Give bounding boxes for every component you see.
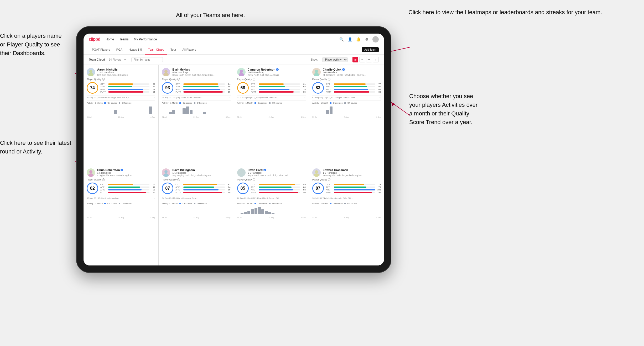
info-icon[interactable]: i bbox=[328, 78, 330, 81]
player-avatar bbox=[162, 68, 170, 76]
sort-view-button[interactable]: ↕ bbox=[373, 57, 379, 62]
player-name[interactable]: Aaron Nicholls bbox=[97, 68, 155, 71]
player-avatar bbox=[312, 168, 321, 177]
user-avatar[interactable]: U bbox=[372, 36, 379, 42]
player-card[interactable]: David Ford ✓ 1-5 Handicap Royal North De… bbox=[234, 165, 309, 265]
info-icon[interactable]: i bbox=[328, 178, 330, 181]
chart-bars bbox=[237, 205, 306, 214]
nav-item-performance[interactable]: My Performance bbox=[134, 38, 157, 41]
tab-pga[interactable]: PGA bbox=[113, 45, 126, 55]
show-select[interactable]: Player Activity bbox=[322, 57, 348, 62]
chart-label-end: 4 Sep bbox=[376, 116, 381, 118]
player-name[interactable]: Charlie Quick ✓ bbox=[323, 68, 381, 71]
profile-icon[interactable]: 👤 bbox=[347, 37, 352, 42]
activity-header: Activity · 1 Month On course Off course bbox=[162, 102, 230, 104]
quality-score[interactable]: 87 bbox=[162, 183, 173, 194]
quality-label: Player Quality i bbox=[87, 178, 155, 181]
tab-hcaps[interactable]: Hcaps 1-5 bbox=[126, 45, 145, 55]
annotation-heatmaps: Click here to view the Heatmaps or leade… bbox=[408, 8, 602, 17]
nav-item-home[interactable]: Home bbox=[106, 38, 114, 41]
quality-label: Player Quality i bbox=[162, 178, 230, 181]
stat-app: APP 63 bbox=[251, 86, 306, 88]
tab-pgat[interactable]: PGAT Players bbox=[89, 45, 113, 55]
player-card[interactable]: Charlie Quick ✓ 6-10 Handicap St. George… bbox=[309, 65, 384, 165]
list-view-button[interactable]: ≡ bbox=[359, 57, 365, 62]
chart-labels: 31 Jul 21 Aug 4 Sep bbox=[162, 216, 230, 219]
latest-round[interactable]: 02 Jul 23 | 59 (+17), Craigiemillar Park… bbox=[237, 95, 306, 99]
svg-point-18 bbox=[89, 170, 92, 173]
settings-icon[interactable]: ⚙ bbox=[364, 37, 369, 42]
latest-round[interactable]: 26 Aug 23 | 84 (+12), Royal North Devon … bbox=[237, 196, 306, 199]
info-icon[interactable]: i bbox=[177, 78, 180, 81]
player-name[interactable]: Blair McHarg bbox=[172, 68, 230, 71]
activity-chart: 31 Jul 21 Aug 4 Sep bbox=[312, 105, 381, 118]
grid-view-button[interactable]: ⊞ bbox=[352, 57, 358, 62]
quality-score[interactable]: 68 bbox=[237, 82, 249, 94]
quality-score[interactable]: 85 bbox=[237, 183, 249, 194]
ipad-screen: clippd Home Teams My Performance 🔍 👤 🔔 ⚙… bbox=[84, 34, 384, 265]
tab-team-clippd[interactable]: Team Clippd bbox=[145, 45, 167, 55]
player-card[interactable]: Aaron Nicholls 11-15 Handicap Drift Golf… bbox=[84, 65, 158, 165]
quality-content: 83 OTT 77 APP 80 ARG 83 PUT bbox=[312, 82, 381, 94]
player-card[interactable]: Edward Crossman 1-5 Handicap Sunningdale… bbox=[309, 165, 384, 265]
off-course-label: Off course bbox=[197, 102, 207, 104]
view-icons: ⊞ ≡ ▼ ↕ bbox=[352, 57, 379, 62]
svg-point-13 bbox=[163, 73, 169, 76]
player-name[interactable]: Cameron Robertson ✓ bbox=[248, 68, 306, 71]
on-course-label: On course bbox=[107, 102, 117, 104]
verified-icon: ✓ bbox=[121, 169, 123, 171]
search-icon[interactable]: 🔍 bbox=[339, 37, 344, 42]
svg-line-8 bbox=[391, 102, 410, 115]
latest-round[interactable]: 18 Jul 23 | 74 (+4), Sunningdale GC - Ol… bbox=[312, 196, 381, 199]
info-icon[interactable]: i bbox=[253, 178, 255, 181]
info-icon[interactable]: i bbox=[177, 178, 180, 181]
latest-round[interactable]: 04 Sep 23 | Mobility with coach, Gym → bbox=[162, 196, 230, 199]
bell-icon[interactable]: 🔔 bbox=[356, 37, 361, 42]
activity-period-label: Activity · 1 Month bbox=[237, 102, 253, 104]
filter-view-button[interactable]: ▼ bbox=[366, 57, 372, 62]
player-name[interactable]: Chris Robertson ✓ bbox=[97, 168, 155, 172]
activity-section: Activity · 1 Month On course Off course … bbox=[312, 201, 381, 219]
tab-all-players[interactable]: All Players bbox=[179, 45, 199, 55]
player-avatar bbox=[237, 168, 246, 177]
player-club: St. George's Hill GC - Weybridge - Surre… bbox=[323, 74, 381, 76]
chart-bars bbox=[162, 205, 230, 214]
chart-label-end: 4 Sep bbox=[150, 217, 155, 219]
add-team-button[interactable]: Add Team bbox=[362, 47, 379, 52]
stat-app: APP 85 bbox=[175, 86, 230, 88]
verified-icon: ✓ bbox=[342, 68, 345, 71]
chart-label-end: 4 Sep bbox=[226, 116, 230, 118]
info-icon[interactable]: i bbox=[102, 78, 105, 81]
player-card[interactable]: Cameron Robertson ✓ 11-15 Handicap Royal… bbox=[234, 65, 309, 165]
player-name[interactable]: Edward Crossman bbox=[323, 168, 381, 172]
team-count: | 14 Players bbox=[107, 58, 121, 61]
player-card[interactable]: Blair McHarg Plus Handicap Royal North D… bbox=[159, 65, 233, 165]
latest-round[interactable]: 07 Aug 23 | 77 (+7), St George's Hill GC… bbox=[312, 95, 381, 99]
latest-round[interactable]: 26 Aug 23 | 73 (+1), Royal North Devon G… bbox=[162, 95, 230, 99]
player-card[interactable]: Dave Billingham 1-5 Handicap Sag Maging … bbox=[159, 165, 233, 265]
player-card[interactable]: Chris Robertson ✓ 1-5 Handicap Craigiemi… bbox=[84, 165, 158, 265]
quality-score[interactable]: 87 bbox=[312, 183, 324, 194]
player-name[interactable]: Dave Billingham bbox=[172, 168, 230, 172]
chart-label-mid: 21 Aug bbox=[118, 116, 124, 118]
on-course-label: On course bbox=[333, 102, 343, 104]
off-course-label: Off course bbox=[122, 102, 132, 104]
quality-score[interactable]: 82 bbox=[87, 183, 98, 194]
tab-tour[interactable]: Tour bbox=[167, 45, 179, 55]
svg-point-25 bbox=[314, 173, 319, 177]
edit-icon[interactable]: ✏ bbox=[124, 58, 126, 61]
latest-round[interactable]: 02 Sep 23 | Sunset round to get back int… bbox=[87, 95, 155, 99]
player-name[interactable]: David Ford ✓ bbox=[248, 168, 306, 172]
info-icon[interactable]: i bbox=[102, 178, 105, 181]
on-course-dot bbox=[104, 102, 106, 104]
quality-score[interactable]: 74 bbox=[87, 82, 98, 94]
latest-round[interactable]: 05 Mar 23 | 19, Must make putting → bbox=[87, 196, 155, 199]
filter-input[interactable] bbox=[131, 57, 163, 62]
quality-score[interactable]: 83 bbox=[312, 82, 324, 94]
info-icon[interactable]: i bbox=[253, 78, 255, 81]
player-handicap: 11-15 Handicap bbox=[97, 71, 155, 74]
nav-item-teams[interactable]: Teams bbox=[119, 38, 128, 41]
stat-putt: PUTT 92 bbox=[326, 191, 381, 194]
quality-score[interactable]: 93 bbox=[162, 82, 173, 94]
quality-content: 87 OTT 82 APP 74 ARG 85 PUT bbox=[162, 183, 230, 194]
